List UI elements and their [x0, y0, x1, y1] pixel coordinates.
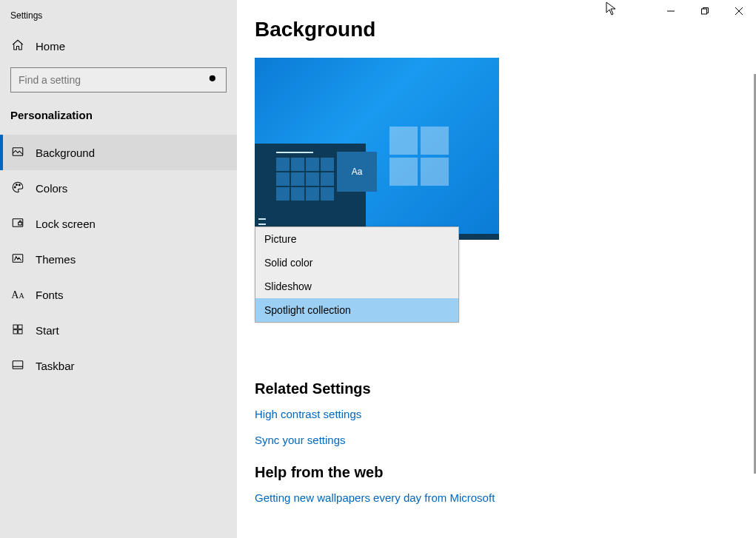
home-label: Home — [36, 40, 65, 53]
dropdown-option-slideshow[interactable]: Slideshow — [255, 275, 458, 298]
nav-item-taskbar[interactable]: Taskbar — [0, 348, 237, 383]
search-icon — [208, 74, 218, 87]
link-high-contrast[interactable]: High contrast settings — [255, 408, 756, 420]
svg-point-3 — [16, 184, 18, 185]
preview-sample-tile: Aa — [337, 152, 377, 192]
svg-point-2 — [14, 186, 16, 188]
colors-icon — [10, 181, 25, 196]
nav-item-themes[interactable]: Themes — [0, 241, 237, 277]
svg-rect-10 — [13, 329, 17, 333]
lockscreen-icon — [10, 216, 25, 232]
nav-label: Colors — [36, 182, 67, 195]
background-dropdown[interactable]: Picture Solid color Slideshow Spotlight … — [255, 226, 459, 323]
svg-rect-12 — [13, 360, 23, 369]
nav-item-lockscreen[interactable]: Lock screen — [0, 206, 237, 241]
nav-item-background[interactable]: Background — [0, 135, 237, 170]
start-icon — [10, 323, 25, 337]
close-button[interactable] — [722, 0, 756, 22]
fonts-icon: AA — [10, 288, 25, 301]
windows-logo-icon — [389, 127, 449, 186]
sidebar: Settings Home Personalization Background — [0, 0, 237, 538]
maximize-button[interactable] — [688, 0, 722, 22]
home-icon — [10, 38, 25, 54]
nav-item-fonts[interactable]: AA Fonts — [0, 277, 237, 312]
nav-label: Start — [36, 324, 59, 337]
minimize-button[interactable] — [654, 0, 688, 22]
svg-point-4 — [19, 184, 20, 186]
related-heading: Related Settings — [255, 380, 756, 397]
app-title: Settings — [0, 7, 237, 31]
dropdown-option-spotlight[interactable]: Spotlight collection — [255, 298, 458, 322]
main-content: Background Aa Picture Solid color Slides… — [237, 0, 756, 538]
help-heading: Help from the web — [255, 464, 756, 481]
taskbar-icon — [10, 358, 25, 374]
svg-rect-7 — [13, 254, 23, 262]
home-button[interactable]: Home — [0, 31, 237, 61]
themes-icon — [10, 252, 25, 267]
help-section: Help from the web Getting new wallpapers… — [255, 464, 756, 504]
search-container — [0, 61, 237, 98]
window-controls — [654, 0, 756, 22]
svg-rect-15 — [702, 9, 707, 14]
nav-label: Themes — [36, 253, 76, 266]
svg-rect-9 — [19, 325, 22, 329]
nav-label: Background — [36, 147, 95, 159]
desktop-preview: Aa — [255, 58, 499, 240]
link-sync-settings[interactable]: Sync your settings — [255, 434, 756, 446]
nav-label: Lock screen — [36, 218, 96, 230]
svg-rect-11 — [19, 329, 22, 333]
nav-label: Taskbar — [36, 360, 75, 372]
svg-rect-8 — [13, 325, 17, 329]
nav-item-colors[interactable]: Colors — [0, 170, 237, 206]
preview-start-panel: Aa — [255, 144, 366, 240]
related-settings-section: Related Settings High contrast settings … — [255, 380, 756, 446]
dropdown-option-solidcolor[interactable]: Solid color — [255, 251, 458, 275]
link-help-wallpapers[interactable]: Getting new wallpapers every day from Mi… — [255, 491, 756, 504]
section-title: Personalization — [0, 98, 237, 135]
background-icon — [10, 145, 25, 161]
nav-item-start[interactable]: Start — [0, 312, 237, 348]
svg-point-0 — [210, 75, 215, 81]
search-input[interactable] — [19, 74, 208, 86]
search-box[interactable] — [10, 67, 227, 93]
nav-label: Fonts — [36, 289, 64, 301]
svg-rect-6 — [19, 222, 22, 225]
dropdown-option-picture[interactable]: Picture — [255, 227, 458, 251]
